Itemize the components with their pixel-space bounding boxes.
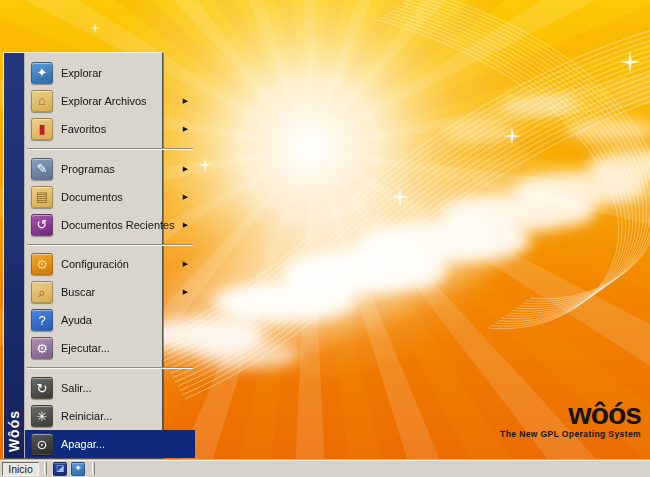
menu-item-buscar[interactable]: ⌕Buscar▶ [25,278,195,306]
restart-icon: ✳ [31,405,53,427]
menu-item-label: Ayuda [61,314,92,326]
os-logo-subtitle: The New GPL Operating System [500,429,641,439]
menu-item-documentos[interactable]: ▤Documentos▶ [25,183,195,211]
taskbar-divider [92,462,95,475]
quick-launch-area: ◪✦ [51,461,87,476]
folder-search-icon: ⌕ [31,281,53,303]
compass-icon: ✦ [31,62,53,84]
menu-separator [27,244,193,246]
menu-separator [27,367,193,369]
submenu-arrow-icon: ▶ [183,221,188,229]
menu-item-reiniciar[interactable]: ✳Reiniciar... [25,402,195,430]
menu-item-label: Documentos Recientes [61,219,175,231]
recent-history-icon: ↺ [31,214,53,236]
menu-item-explorar-archivos[interactable]: ⌂Explorar Archivos▶ [25,87,195,115]
menu-item-explorar[interactable]: ✦Explorar [25,59,195,87]
menu-item-ayuda[interactable]: ?Ayuda [25,306,195,334]
menu-item-apagar[interactable]: ⊙Apagar... [25,430,195,458]
menu-item-label: Explorar [61,67,102,79]
menu-item-label: Programas [61,163,115,175]
submenu-arrow-icon: ▶ [183,165,188,173]
submenu-arrow-icon: ▶ [183,97,188,105]
start-menu: Wôós ✦Explorar⌂Explorar Archivos▶▮Favori… [3,52,163,459]
taskbar: Inicio ◪✦ [0,459,650,477]
help-icon: ? [31,309,53,331]
menu-item-programas[interactable]: ✎Programas▶ [25,155,195,183]
os-logo: wôós The New GPL Operating System [500,402,641,439]
start-button[interactable]: Inicio [2,462,39,476]
menu-item-label: Salir... [61,382,92,394]
menu-item-label: Explorar Archivos [61,95,147,107]
menu-item-documentos-recientes[interactable]: ↺Documentos Recientes▶ [25,211,195,239]
submenu-arrow-icon: ▶ [183,193,188,201]
menu-item-salir[interactable]: ↻Salir... [25,374,195,402]
menu-separator [27,148,193,150]
explorer-icon[interactable]: ✦ [71,462,85,476]
os-logo-title: wôós [500,402,641,426]
show-desktop-icon[interactable]: ◪ [53,462,67,476]
menu-item-configuraci-n[interactable]: ⚙Configuración▶ [25,251,195,279]
submenu-arrow-icon: ▶ [183,125,188,133]
menu-item-label: Favoritos [61,123,106,135]
programs-icon: ✎ [31,158,53,180]
folder-bookmark-icon: ▮ [31,118,53,140]
start-menu-sidebar-label: Wôós [6,410,22,452]
submenu-arrow-icon: ▶ [183,288,188,296]
menu-item-label: Documentos [61,191,123,203]
power-icon: ⊙ [31,433,53,455]
menu-item-label: Apagar... [61,438,105,450]
menu-item-label: Configuración [61,258,129,270]
folder-document-icon: ▤ [31,186,53,208]
run-gear-icon: ⚙ [31,337,53,359]
menu-item-favoritos[interactable]: ▮Favoritos▶ [25,115,195,143]
gears-icon: ⚙ [31,253,53,275]
menu-item-label: Ejecutar... [61,342,110,354]
submenu-arrow-icon: ▶ [183,260,188,268]
taskbar-divider [44,462,47,475]
menu-item-ejecutar[interactable]: ⚙Ejecutar... [25,334,195,362]
folder-home-icon: ⌂ [31,90,53,112]
logout-icon: ↻ [31,377,53,399]
start-menu-items: ✦Explorar⌂Explorar Archivos▶▮Favoritos▶✎… [25,53,195,458]
start-menu-sidebar: Wôós [4,53,25,458]
menu-item-label: Reiniciar... [61,410,112,422]
menu-item-label: Buscar [61,286,95,298]
